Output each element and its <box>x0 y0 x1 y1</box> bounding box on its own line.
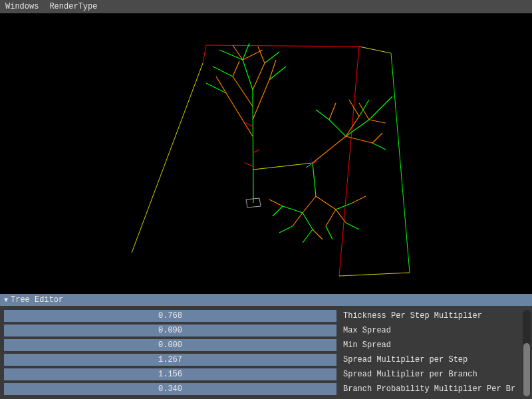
svg-line-58 <box>303 229 313 243</box>
svg-line-4 <box>339 47 359 276</box>
svg-line-21 <box>233 61 239 76</box>
slider-thickness-per-step[interactable]: 0.768 <box>4 310 336 322</box>
menu-windows[interactable]: Windows <box>5 2 39 11</box>
svg-line-36 <box>359 103 369 120</box>
svg-line-29 <box>253 163 313 170</box>
svg-line-42 <box>382 96 392 106</box>
slider-min-spread[interactable]: 0.000 <box>4 339 336 351</box>
svg-line-56 <box>279 226 293 233</box>
svg-line-44 <box>372 133 382 143</box>
svg-line-48 <box>283 206 303 213</box>
panel-scrollbar[interactable] <box>523 310 531 395</box>
svg-line-28 <box>246 123 253 126</box>
svg-line-20 <box>213 66 233 76</box>
param-label: Spread Multiplier per Step <box>343 355 467 364</box>
slider-value: 0.340 <box>158 384 182 394</box>
viewport-3d[interactable] <box>0 13 532 294</box>
svg-line-31 <box>346 120 369 136</box>
svg-line-53 <box>326 209 336 226</box>
svg-line-9 <box>226 93 253 136</box>
svg-line-64 <box>306 164 311 168</box>
tree-editor-panel: ▼ Tree Editor 0.768 Thickness Per Step M… <box>0 294 532 399</box>
svg-line-49 <box>293 213 303 226</box>
svg-line-55 <box>273 206 283 216</box>
svg-line-6 <box>339 273 410 276</box>
svg-line-25 <box>258 47 265 63</box>
param-label: Branch Probability Multiplier Per Br <box>343 384 515 394</box>
svg-line-59 <box>352 196 366 203</box>
slider-spread-mult-branch[interactable]: 1.156 <box>4 368 336 380</box>
svg-line-39 <box>329 103 336 120</box>
panel-title: Tree Editor <box>11 295 63 305</box>
svg-line-24 <box>265 52 279 63</box>
svg-line-12 <box>243 60 253 90</box>
svg-line-43 <box>372 143 386 150</box>
svg-line-37 <box>369 120 386 123</box>
svg-line-38 <box>316 110 329 120</box>
param-label: Max Spread <box>343 326 391 335</box>
svg-line-45 <box>313 163 316 196</box>
slider-value: 0.768 <box>158 311 182 321</box>
param-row: 1.267 Spread Multiplier per Step <box>4 354 528 366</box>
svg-line-51 <box>336 203 352 209</box>
param-label: Min Spread <box>343 340 391 350</box>
param-row: 0.340 Branch Probability Multiplier Per … <box>4 383 528 395</box>
svg-line-32 <box>329 120 346 136</box>
param-label: Thickness Per Step Multiplier <box>343 311 482 321</box>
svg-line-26 <box>245 163 253 166</box>
slider-value: 1.267 <box>158 355 182 364</box>
svg-line-0 <box>206 45 359 47</box>
slider-value: 1.156 <box>158 370 182 379</box>
slider-max-spread[interactable]: 0.090 <box>4 325 336 336</box>
param-label: Spread Multiplier per Branch <box>343 370 477 379</box>
svg-line-2 <box>359 47 391 53</box>
svg-line-3 <box>391 53 410 273</box>
svg-line-54 <box>269 200 283 206</box>
svg-line-8 <box>253 90 253 203</box>
svg-line-27 <box>253 150 259 153</box>
svg-line-61 <box>326 226 332 239</box>
param-row: 1.156 Spread Multiplier per Branch <box>4 368 528 380</box>
app-root: Windows RenderType <box>0 0 532 399</box>
svg-line-30 <box>313 136 346 163</box>
param-row: 0.090 Max Spread <box>4 325 528 336</box>
slider-spread-mult-step[interactable]: 1.267 <box>4 354 336 366</box>
scrollbar-thumb[interactable] <box>523 343 530 396</box>
svg-line-40 <box>359 100 369 116</box>
svg-line-57 <box>313 229 323 239</box>
param-row: 0.768 Thickness Per Step Multiplier <box>4 310 528 322</box>
svg-line-60 <box>346 223 359 229</box>
collapse-triangle-icon: ▼ <box>4 297 8 304</box>
svg-line-5 <box>132 63 203 253</box>
svg-line-10 <box>253 80 269 120</box>
svg-line-1 <box>203 45 206 63</box>
svg-line-35 <box>369 106 382 120</box>
svg-line-47 <box>316 196 336 209</box>
menu-rendertype[interactable]: RenderType <box>49 2 97 11</box>
svg-line-13 <box>253 63 265 90</box>
svg-line-50 <box>303 213 313 229</box>
param-row: 0.000 Min Spread <box>4 339 528 351</box>
panel-body: 0.768 Thickness Per Step Multiplier 0.09… <box>0 306 532 399</box>
slider-branch-prob-mult[interactable]: 0.340 <box>4 383 336 395</box>
slider-value: 0.090 <box>158 326 182 335</box>
svg-line-46 <box>303 196 316 213</box>
tree-scene <box>0 13 532 294</box>
panel-header[interactable]: ▼ Tree Editor <box>0 294 532 306</box>
slider-value: 0.000 <box>158 340 182 350</box>
menubar: Windows RenderType <box>0 0 532 13</box>
svg-line-34 <box>346 136 372 143</box>
